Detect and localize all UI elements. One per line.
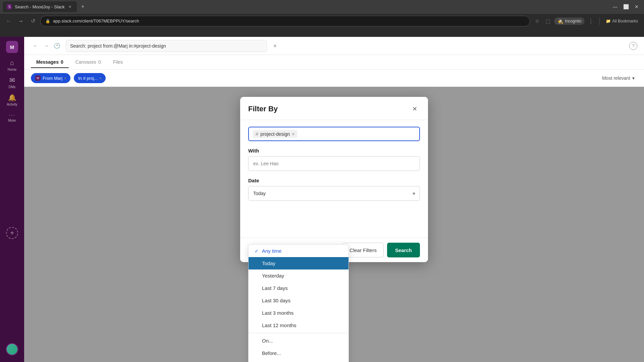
dropdown-last3months-label: Last 3 months (262, 310, 293, 316)
from-chip-label: From Marj (43, 76, 62, 81)
tab-files[interactable]: Files (108, 57, 128, 68)
search-nav: ← → 🕐 (31, 41, 62, 51)
dropdown-yesterday-label: Yesterday (262, 273, 284, 279)
filter-modal: Filter By ✕ # project-design × (240, 97, 428, 262)
search-forward-button[interactable]: → (42, 41, 51, 51)
modal-body: # project-design × With (240, 120, 428, 238)
dropdown-item-after[interactable]: ✓ After... (249, 359, 348, 362)
extensions-button[interactable]: ⬚ (543, 16, 553, 26)
sidebar-home-label: Home (8, 68, 17, 71)
modal-header: Filter By ✕ (240, 97, 428, 120)
search-bar-area: ← → 🕐 Search: project from:@Marj in:#pro… (24, 37, 644, 55)
dms-icon: ✉ (9, 76, 15, 84)
refresh-button[interactable]: ↺ (28, 16, 38, 26)
browser-menu-button[interactable]: ⋮ (586, 16, 595, 26)
date-select[interactable]: Any time Today Yesterday Last 7 days Las… (248, 186, 420, 201)
channel-name: project-design (260, 131, 290, 137)
dropdown-item-today[interactable]: ✓ Today (249, 257, 348, 269)
with-label: With (248, 148, 420, 154)
in-filter-chip[interactable]: In # proj... ▾ (74, 73, 106, 83)
bookmarks-button[interactable]: 📁 All Bookmarks (604, 18, 640, 24)
search-query-text: Search: project from:@Marj in:#project-d… (70, 43, 166, 49)
date-dropdown-menu: ✓ Any time ✓ Today ✓ Yesterday ✓ (248, 244, 349, 362)
add-workspace-button[interactable]: + (6, 227, 18, 239)
dropdown-item-last3months[interactable]: ✓ Last 3 months (249, 307, 348, 319)
from-chip-icon: M (35, 75, 41, 81)
sort-dropdown[interactable]: Most relevant ▾ (599, 74, 637, 82)
in-filter-field[interactable]: # project-design × (248, 127, 420, 141)
sidebar-item-activity[interactable]: 🔔 Activity (4, 92, 20, 108)
modal-overlay[interactable]: Filter By ✕ # project-design × (24, 87, 644, 362)
sidebar: M ⌂ Home ✉ DMs 🔔 Activity ··· More + (0, 37, 24, 362)
window-controls: — ⬜ ✕ (610, 2, 641, 11)
toolbar-actions: ☆ ⬚ 🕵 Incognito ⋮ (533, 16, 596, 26)
sidebar-item-dms[interactable]: ✉ DMs (4, 74, 20, 90)
remove-channel-button[interactable]: × (292, 132, 294, 136)
bookmarks-icon: 📁 (606, 19, 611, 23)
dropdown-item-on[interactable]: ✓ On... (249, 335, 348, 347)
search-history-button[interactable]: 🕐 (52, 41, 62, 51)
sidebar-item-more[interactable]: ··· More (4, 109, 20, 125)
minimize-button[interactable]: — (610, 2, 620, 11)
back-button[interactable]: ← (4, 16, 13, 26)
star-button[interactable]: ☆ (533, 16, 542, 26)
sort-label: Most relevant (602, 75, 630, 81)
home-icon: ⌂ (10, 59, 14, 67)
search-button[interactable]: Search (387, 243, 420, 257)
activity-icon: 🔔 (8, 94, 16, 102)
dropdown-on-label: On... (262, 338, 273, 344)
sort-dropdown-icon: ▾ (632, 75, 635, 81)
sidebar-more-label: More (8, 119, 16, 122)
dropdown-item-yesterday[interactable]: ✓ Yesterday (249, 269, 348, 282)
tab-title: Search - MoodJoy - Slack (15, 4, 65, 9)
new-tab-button[interactable]: + (78, 2, 88, 11)
app-area: M ⌂ Home ✉ DMs 🔔 Activity ··· More + ← →… (0, 37, 644, 362)
browser-toolbar: ← → ↺ 🔒 app.slack.com/client/T067MEBPPUY… (0, 13, 644, 28)
hash-symbol: # (256, 131, 258, 137)
dropdown-item-last7[interactable]: ✓ Last 7 days (249, 282, 348, 294)
search-help-button[interactable]: ? (629, 42, 637, 50)
date-filter-section: Date Any time Today Yesterday Last 7 day… (248, 178, 420, 201)
from-chip-dropdown-icon: ▾ (64, 76, 66, 80)
more-icon: ··· (9, 112, 15, 118)
incognito-badge[interactable]: 🕵 Incognito (554, 17, 585, 25)
browser-tab[interactable]: S Search - MoodJoy - Slack ✕ (3, 1, 77, 12)
tabs-bar: Messages 0 Canvases 0 Files (24, 55, 644, 70)
search-input-bar[interactable]: Search: project from:@Marj in:#project-d… (66, 40, 267, 52)
dropdown-before-label: Before... (262, 350, 281, 356)
filter-chips: M From Marj ▾ In # proj... ▾ Most releva… (24, 70, 644, 87)
with-filter-section: With (248, 148, 420, 171)
address-bar[interactable]: 🔒 app.slack.com/client/T067MEBPPUY/searc… (40, 16, 530, 26)
tab-canvases[interactable]: Canvases 0 (70, 57, 106, 68)
lock-icon: 🔒 (45, 19, 50, 23)
in-channel-tag: # project-design × (253, 130, 297, 138)
dropdown-item-any-time[interactable]: ✓ Any time (249, 245, 348, 257)
slack-tab-icon: S (7, 4, 12, 9)
dropdown-item-last30[interactable]: ✓ Last 30 days (249, 294, 348, 307)
dropdown-any-time-label: Any time (262, 248, 281, 254)
tab-close-button[interactable]: ✕ (67, 4, 73, 9)
date-select-wrapper: Any time Today Yesterday Last 7 days Las… (248, 186, 420, 201)
in-chip-dropdown-icon: ▾ (100, 76, 101, 80)
tab-messages[interactable]: Messages 0 (31, 57, 69, 68)
sidebar-activity-label: Activity (7, 103, 17, 106)
modal-close-button[interactable]: ✕ (409, 104, 420, 114)
workspace-avatar[interactable]: M (6, 41, 18, 53)
dropdown-last7-label: Last 7 days (262, 285, 288, 291)
dropdown-last30-label: Last 30 days (262, 298, 290, 303)
forward-button[interactable]: → (16, 16, 25, 26)
user-avatar[interactable] (6, 343, 18, 355)
in-filter-section: # project-design × (248, 127, 420, 141)
dropdown-item-last12months[interactable]: ✓ Last 12 months (249, 319, 348, 331)
from-filter-chip[interactable]: M From Marj ▾ (31, 73, 70, 83)
with-input[interactable] (248, 156, 420, 171)
dropdown-today-label: Today (262, 260, 275, 266)
dropdown-item-before[interactable]: ✓ Before... (249, 347, 348, 359)
modal-title: Filter By (248, 105, 278, 113)
search-clear-button[interactable]: ✕ (271, 42, 279, 50)
search-back-button[interactable]: ← (31, 41, 40, 51)
window-close-button[interactable]: ✕ (632, 2, 641, 11)
maximize-button[interactable]: ⬜ (621, 2, 631, 11)
sidebar-item-home[interactable]: ⌂ Home (4, 57, 20, 73)
incognito-label: Incognito (565, 19, 582, 23)
